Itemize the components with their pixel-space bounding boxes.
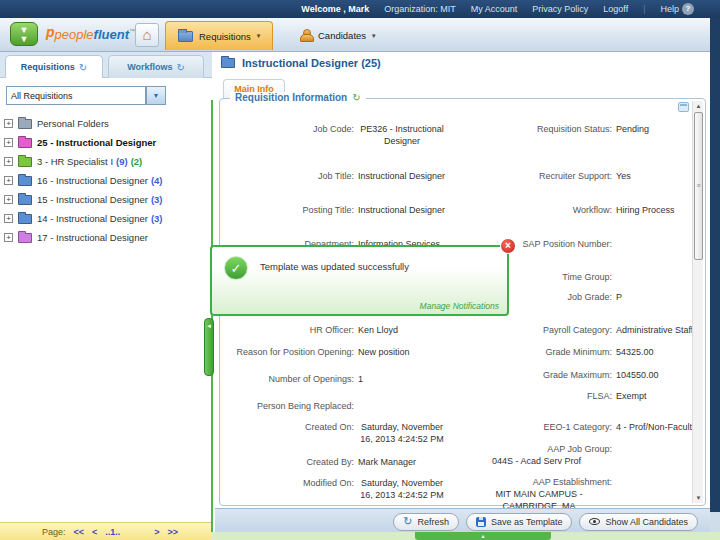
requisition-filter-select[interactable]: All Requisitions ▼ [6,86,146,105]
tree-item-16[interactable]: + 16 - Instructional Designer (4) [4,171,208,190]
sidebar-tab-requisitions[interactable]: Requisitions ↻ [5,55,103,78]
field-created-by: Created By:Mark Manager [226,456,416,468]
page-next-link[interactable]: > [154,527,159,537]
scroll-up-icon[interactable]: ▲ [693,101,704,111]
expand-icon[interactable]: + [4,195,13,204]
peoplefluent-logo: ppeoplefluent™ [46,24,135,42]
folder-icon [18,195,32,205]
bottom-panel-strip: ▴ [212,532,720,540]
chevron-down-icon: ▾ [257,32,261,40]
divider: | [643,4,645,14]
bottom-panel-handle[interactable]: ▴ [415,532,551,540]
save-as-template-button[interactable]: Save as Template [466,513,572,531]
tree-item-17[interactable]: + 17 - Instructional Designer [4,228,208,247]
notification-toast: ✓ Template was updated successfully × Ma… [210,245,509,316]
requisition-tree: + Personal Folders + 25 - Instructional … [4,114,208,247]
folder-icon [18,176,32,186]
page-last-link[interactable]: >> [168,527,179,537]
count-badge: (9) [116,156,128,167]
expand-icon[interactable]: + [4,214,13,223]
tree-item-personal-folders[interactable]: + Personal Folders [4,114,208,133]
sidebar: Requisitions ↻ Workflows ↻ All Requisiti… [0,52,212,540]
organization-link[interactable]: Organization: MIT [384,4,456,14]
count-badge: (2) [131,156,143,167]
chevron-down-icon[interactable]: ▼ [146,86,166,105]
window-corner-patch [710,512,720,532]
folder-icon [178,31,193,42]
field-time-group: Time Group: [492,271,616,283]
field-posting-title: Posting Title:Instructional Designer [226,204,445,216]
toolbar-tab-label: Requisitions [199,31,251,42]
sidebar-tab-workflows[interactable]: Workflows ↻ [108,55,204,78]
field-person-being-replaced: Person Being Replaced: [226,400,358,412]
field-modified-on: Modified On:Saturday, November 16, 2013 … [226,477,446,501]
refresh-icon: ↻ [176,62,184,73]
show-all-candidates-button[interactable]: Show All Candidates [579,513,698,531]
page-prev-link[interactable]: < [92,527,97,537]
home-icon[interactable]: ⌂ [135,23,159,47]
field-number-of-openings: Number of Openings:1 [226,373,363,385]
field-job-code: Job Code:PE326 - Instructional Designer [226,123,446,147]
field-aap-job-group: AAP Job Group:044S - Acad Serv Prof [492,443,705,467]
splitter-collapse-handle[interactable]: ◂ [204,318,214,376]
field-created-on: Created On:Saturday, November 16, 2013 4… [226,421,446,445]
action-bar: ↻ Refresh Save as Template Show All Cand… [215,508,710,534]
expand-icon[interactable]: + [4,176,13,185]
section-title: Requisition Information ↻ [230,92,366,103]
folder-icon [18,233,32,243]
welcome-text: Welcome , Mark [301,4,369,14]
folder-icon [221,58,235,68]
my-account-link[interactable]: My Account [471,4,518,14]
field-aap-establishment: AAP Establishment:MIT MAIN CAMPUS - CAMB… [492,476,705,512]
count-badge: (3) [151,213,163,224]
refresh-icon[interactable]: ↻ [352,92,360,103]
manage-notifications-link[interactable]: Manage Notifications [420,301,499,311]
page-label: Page: [42,527,66,537]
field-eeo1-category: EEO-1 Category:4 - Prof/Non-Faculty [492,421,697,433]
field-payroll-category: Payroll Category:Administrative Staff [492,324,693,336]
refresh-button[interactable]: ↻ Refresh [393,513,459,531]
scroll-down-icon[interactable]: ▼ [693,493,704,503]
folder-icon [18,214,32,224]
expand-icon[interactable]: + [4,233,13,242]
notification-message: Template was updated successfully [260,261,409,272]
application-window: Welcome , Mark Organization: MIT My Acco… [0,0,720,540]
folder-icon [18,138,32,148]
help-icon[interactable]: ? [682,3,694,15]
vertical-scrollbar[interactable]: ▲ ≡ ▼ [692,101,703,503]
page-title: Instructional Designer (25) [221,57,381,69]
page-current: ..1.. [105,527,120,537]
splitter-line [211,100,213,532]
toolbar: ▼▼ ppeoplefluent™ ⌂ Requisitions ▾ Candi… [0,18,720,52]
sidebar-tab-bar: Requisitions ↻ Workflows ↻ [0,52,212,78]
tree-item-14[interactable]: + 14 - Instructional Designer (3) [4,209,208,228]
field-requisition-status: Requisition Status:Pending [492,123,649,135]
close-icon[interactable]: × [500,238,516,254]
expand-icon[interactable]: + [4,157,13,166]
toolbar-tab-label: Candidates [318,30,366,41]
count-badge: (3) [151,194,163,205]
help-link[interactable]: Help [660,4,679,14]
expand-icon[interactable]: + [4,138,13,147]
collapse-app-icon[interactable]: ▼▼ [10,22,38,46]
tree-item-25[interactable]: + 25 - Instructional Designer [4,133,208,152]
tree-item-3[interactable]: + 3 - HR Specialist I (9) (2) [4,152,208,171]
person-icon [300,29,312,42]
field-job-grade: Job Grade:P [492,291,622,303]
field-reason-for-opening: Reason for Position Opening:New position [226,346,410,358]
collapse-panel-icon[interactable] [678,102,689,112]
field-job-title: Job Title:Instructional Designer [226,170,445,182]
toolbar-tab-candidates[interactable]: Candidates ▾ [288,21,388,50]
privacy-policy-link[interactable]: Privacy Policy [532,4,588,14]
logoff-link[interactable]: Logoff [603,4,628,14]
field-flsa: FLSA:Exempt [492,390,647,402]
page-first-link[interactable]: << [74,527,85,537]
tree-item-15[interactable]: + 15 - Instructional Designer (3) [4,190,208,209]
pagination-bar: Page: << < ..1.. > >> [0,522,212,540]
toolbar-tab-requisitions[interactable]: Requisitions ▾ [165,21,273,50]
field-grade-minimum: Grade Minimum:54325.00 [492,346,654,358]
count-badge: (4) [151,175,163,186]
folder-icon [18,157,32,167]
expand-icon[interactable]: + [4,119,13,128]
scrollbar-thumb[interactable]: ≡ [694,112,703,260]
